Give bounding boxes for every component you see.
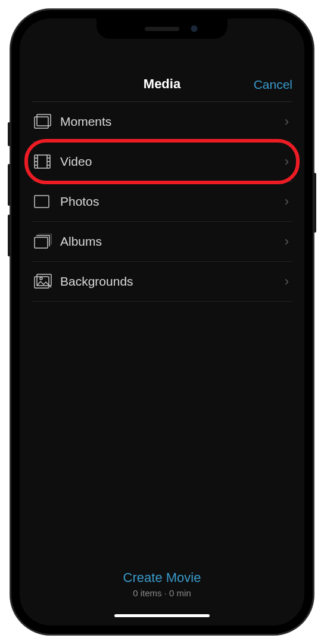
svg-rect-11 bbox=[35, 196, 49, 208]
list-item-video[interactable]: Video › bbox=[32, 142, 292, 182]
list-item-label: Backgrounds bbox=[60, 274, 285, 289]
chevron-right-icon: › bbox=[285, 234, 292, 249]
phone-frame: Media Cancel Moments › bbox=[10, 9, 314, 635]
chevron-right-icon: › bbox=[285, 154, 292, 169]
list-item-label: Photos bbox=[60, 194, 285, 209]
front-camera bbox=[191, 25, 198, 32]
list-item-albums[interactable]: Albums › bbox=[32, 222, 292, 262]
volume-up-button bbox=[8, 164, 11, 206]
mute-switch bbox=[8, 122, 11, 146]
media-source-list: Moments › Vi bbox=[20, 102, 304, 302]
svg-rect-12 bbox=[35, 237, 48, 248]
page-title: Media bbox=[144, 76, 180, 92]
chevron-right-icon: › bbox=[285, 274, 292, 289]
moments-icon bbox=[32, 114, 60, 129]
home-indicator[interactable] bbox=[114, 614, 210, 617]
screen: Media Cancel Moments › bbox=[20, 18, 304, 626]
video-icon bbox=[32, 154, 60, 169]
create-movie-button[interactable]: Create Movie bbox=[20, 570, 304, 586]
list-item-label: Moments bbox=[60, 114, 285, 129]
backgrounds-icon bbox=[32, 274, 60, 289]
notch bbox=[96, 18, 228, 39]
list-item-label: Video bbox=[60, 154, 285, 169]
status-text: 0 items · 0 min bbox=[20, 588, 304, 598]
list-item-moments[interactable]: Moments › bbox=[32, 102, 292, 142]
list-item-photos[interactable]: Photos › bbox=[32, 182, 292, 222]
list-item-backgrounds[interactable]: Backgrounds › bbox=[32, 262, 292, 302]
power-button bbox=[313, 173, 316, 233]
photos-icon bbox=[32, 195, 60, 208]
albums-icon bbox=[32, 234, 60, 249]
svg-point-15 bbox=[40, 277, 42, 280]
chevron-right-icon: › bbox=[285, 114, 292, 129]
chevron-right-icon: › bbox=[285, 194, 292, 209]
list-item-label: Albums bbox=[60, 234, 285, 249]
cancel-button[interactable]: Cancel bbox=[254, 78, 292, 92]
volume-down-button bbox=[8, 215, 11, 256]
speaker bbox=[145, 27, 179, 31]
footer: Create Movie 0 items · 0 min bbox=[20, 570, 304, 598]
